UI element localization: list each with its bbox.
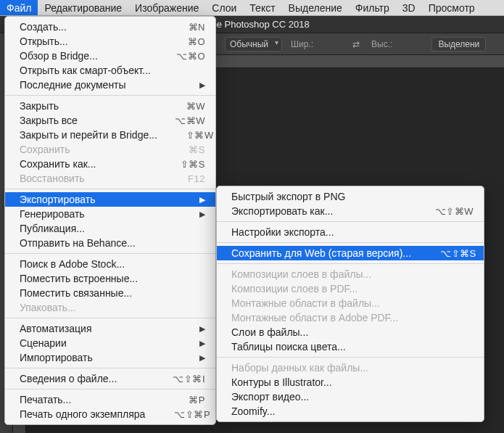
menu-separator: [5, 253, 215, 254]
menu-separator: [217, 221, 484, 222]
file-menu: Создать...⌘N Открыть...⌘O Обзор в Bridge…: [4, 16, 216, 425]
submenu-zoomify[interactable]: Zoomify...: [217, 404, 484, 418]
menu-separator: [5, 189, 215, 189]
menubar-file[interactable]: Файл: [0, 0, 38, 15]
menu-separator: [5, 368, 215, 368]
menu-place-embedded[interactable]: Поместить встроенные...: [5, 271, 215, 286]
menubar-view[interactable]: Просмотр: [422, 0, 482, 15]
submenu-quick-png[interactable]: Быстрый экспорт в PNG: [217, 189, 484, 204]
export-submenu: Быстрый экспорт в PNG Экспортировать как…: [216, 186, 484, 422]
submenu-layers-files[interactable]: Слои в файлы...: [217, 325, 484, 339]
submenu-artboards-files: Монтажные области в файлы...: [217, 296, 484, 310]
menu-place-linked[interactable]: Поместить связанные...: [5, 286, 215, 300]
chevron-right-icon: ▶: [199, 339, 205, 348]
menu-save-as[interactable]: Сохранить как...⇧⌘S: [5, 157, 215, 171]
menu-behance[interactable]: Отправить на Behance...: [5, 236, 215, 250]
menu-save: Сохранить⌘S: [5, 142, 215, 157]
menu-separator: [5, 318, 215, 318]
menu-generate[interactable]: Генерировать▶: [5, 207, 215, 221]
menu-import[interactable]: Импортировать▶: [5, 350, 215, 365]
menubar-3d[interactable]: 3D: [396, 0, 422, 15]
chevron-right-icon: ▶: [199, 195, 205, 205]
menu-open[interactable]: Открыть...⌘O: [5, 34, 215, 49]
menubar: Файл Редактирование Изображение Слои Тек…: [0, 0, 504, 16]
submenu-export-prefs[interactable]: Настройки экспорта...: [217, 225, 484, 239]
menu-separator: [5, 95, 215, 96]
width-label: Шир.:: [291, 39, 313, 49]
menu-separator: [217, 242, 484, 243]
menu-recent[interactable]: Последние документы▶: [5, 78, 215, 92]
chevron-right-icon: ▶: [199, 324, 205, 334]
menu-publish[interactable]: Публикация...: [5, 221, 215, 236]
submenu-export-as[interactable]: Экспортировать как...⌥⇧⌘W: [217, 204, 484, 218]
menu-close-bridge[interactable]: Закрыть и перейти в Bridge...⇧⌘W: [5, 128, 215, 142]
menu-export[interactable]: Экспортировать▶: [5, 192, 215, 207]
menubar-layers[interactable]: Слои: [205, 0, 243, 15]
menu-revert: ВосстановитьF12: [5, 171, 215, 186]
menu-separator: [217, 263, 484, 264]
submenu-layer-comps-files: Композиции слоев в файлы...: [217, 267, 484, 281]
menu-package: Упаковать...: [5, 300, 215, 315]
menu-separator: [217, 357, 484, 358]
blend-mode-select[interactable]: Обычный: [225, 37, 282, 51]
submenu-illustrator[interactable]: Контуры в Illustrator...: [217, 375, 484, 389]
menu-print[interactable]: Печатать...⌘P: [5, 392, 215, 407]
height-label: Выс.:: [371, 39, 392, 49]
menu-adobe-stock[interactable]: Поиск в Adobe Stock...: [5, 257, 215, 271]
submenu-video[interactable]: Экспорт видео...: [217, 389, 484, 404]
menu-scripts[interactable]: Сценарии▶: [5, 336, 215, 350]
swap-icon[interactable]: ⇄: [352, 39, 363, 49]
menubar-select[interactable]: Выделение: [282, 0, 349, 15]
menu-open-smart[interactable]: Открыть как смарт-объект...: [5, 63, 215, 78]
submenu-datasets: Наборы данных как файлы...: [217, 360, 484, 375]
menu-separator: [5, 389, 215, 389]
submenu-layer-comps-pdf: Композиции слоев в PDF...: [217, 281, 484, 296]
menu-close[interactable]: Закрыть⌘W: [5, 99, 215, 113]
chevron-right-icon: ▶: [199, 353, 205, 363]
menubar-edit[interactable]: Редактирование: [38, 0, 128, 15]
chevron-right-icon: ▶: [199, 210, 205, 219]
menu-file-info[interactable]: Сведения о файле...⌥⇧⌘I: [5, 371, 215, 386]
menu-automate[interactable]: Автоматизация▶: [5, 321, 215, 336]
menubar-image[interactable]: Изображение: [128, 0, 205, 15]
menubar-text[interactable]: Текст: [243, 0, 281, 15]
menu-browse-bridge[interactable]: Обзор в Bridge...⌥⌘O: [5, 49, 215, 63]
selection-button[interactable]: Выделени: [431, 37, 486, 51]
chevron-right-icon: ▶: [199, 81, 205, 90]
menu-create[interactable]: Создать...⌘N: [5, 20, 215, 34]
submenu-artboards-pdf: Монтажные области в Adobe PDF...: [217, 310, 484, 325]
submenu-save-for-web[interactable]: Сохранить для Web (старая версия)...⌥⇧⌘S: [217, 246, 484, 260]
menu-close-all[interactable]: Закрыть все⌥⌘W: [5, 113, 215, 128]
submenu-color-lookup[interactable]: Таблицы поиска цвета...: [217, 339, 484, 354]
menubar-filter[interactable]: Фильтр: [349, 0, 396, 15]
menu-print-one[interactable]: Печать одного экземпляра⌥⇧⌘P: [5, 407, 215, 421]
